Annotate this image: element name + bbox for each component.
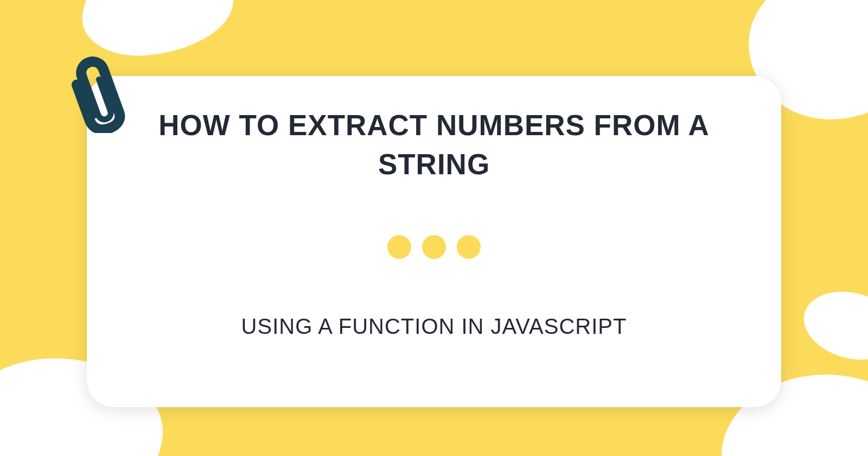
dot-icon	[422, 235, 446, 259]
main-title: HOW TO EXTRACT NUMBERS FROM A STRING	[141, 106, 727, 183]
dot-icon	[457, 235, 481, 259]
author-handle: @CODERGILLICK	[733, 434, 843, 448]
title-card: HOW TO EXTRACT NUMBERS FROM A STRING USI…	[87, 76, 781, 407]
subtitle: USING A FUNCTION IN JAVASCRIPT	[241, 311, 627, 342]
decorative-blob	[796, 282, 868, 370]
dot-icon	[387, 235, 411, 259]
decorative-blob	[78, 0, 238, 61]
paperclip-icon	[66, 54, 126, 135]
divider-dots	[387, 235, 481, 259]
